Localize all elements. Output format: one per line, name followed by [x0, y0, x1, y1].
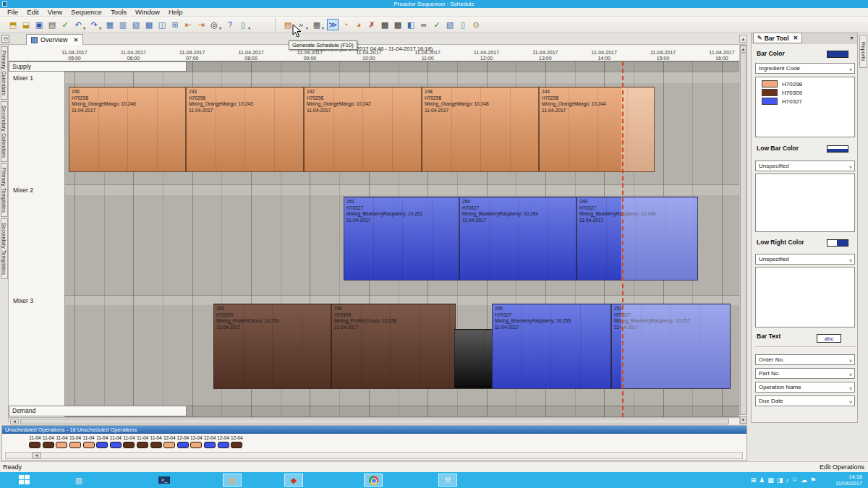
- save-icon[interactable]: ▣: [33, 19, 45, 30]
- bar-text-field-3[interactable]: Operation Name˅: [755, 382, 855, 393]
- unscheduled-op-15[interactable]: 12-04: [216, 435, 230, 448]
- ingredient-legend-list[interactable]: H70298H70309H70327: [755, 77, 855, 137]
- matrix-b-icon[interactable]: ▩: [392, 19, 404, 30]
- view-table-icon[interactable]: ▥: [117, 19, 129, 30]
- tools-app-icon[interactable]: ⚒: [438, 474, 457, 487]
- unscheduled-op-2[interactable]: 11-04: [42, 435, 56, 448]
- tray-icon-6[interactable]: ⚐: [792, 476, 798, 484]
- menu-edit[interactable]: Edit: [22, 8, 43, 16]
- view-board-icon[interactable]: ▩: [143, 19, 155, 30]
- scroll-left-icon[interactable]: ◄: [32, 453, 41, 458]
- unscheduled-op-14[interactable]: 12-04: [203, 435, 217, 448]
- preactor-app-icon[interactable]: ◆: [284, 474, 303, 487]
- folder-app-icon[interactable]: ▨: [223, 474, 242, 487]
- unscheduled-op-4[interactable]: 11-04: [69, 435, 82, 448]
- tray-icon-3[interactable]: ▦: [767, 476, 774, 484]
- move-later-icon[interactable]: ◕: [353, 19, 365, 30]
- check-schedule-icon[interactable]: ✓: [431, 19, 443, 30]
- chart-vertical-scrollbar[interactable]: ▲ ▼: [739, 45, 747, 424]
- sidebar-tab-primary-templates[interactable]: Primary Templates: [1, 163, 8, 217]
- unschedule-icon[interactable]: ✗: [366, 19, 378, 30]
- menu-tools[interactable]: Tools: [106, 8, 131, 16]
- unscheduled-scrollbar[interactable]: ◄: [5, 452, 743, 459]
- gantt-bar-248[interactable]: 248H70298Mixing_OrangeMango: 10.24811-04…: [422, 87, 539, 172]
- gantt-bar-255[interactable]: 255H70327Mixing_BlueberryRaspberry: 10.2…: [492, 304, 611, 389]
- infinite-capacity-icon[interactable]: ∞: [418, 19, 430, 30]
- low-bar-dropdown[interactable]: Unspecified˅: [755, 160, 855, 171]
- unscheduled-op-5[interactable]: 11-04: [82, 435, 95, 448]
- panel-menu-icon[interactable]: ▼: [849, 35, 854, 40]
- lock-icon[interactable]: ⊙: [470, 19, 482, 30]
- gantt-bar-249[interactable]: 249H70327Mixing_BlueberryRaspberry: 10.2…: [576, 197, 698, 281]
- gantt-chart[interactable]: Overview (11-04-2017 04:46 - 11-04-2017 …: [9, 45, 739, 424]
- menu-sequence[interactable]: Sequence: [67, 8, 106, 16]
- view-grid-icon[interactable]: ▦: [104, 19, 116, 30]
- merge-ops-icon[interactable]: ◧: [405, 19, 417, 30]
- tray-icon-1[interactable]: ⊞: [751, 476, 757, 484]
- help-icon[interactable]: ?: [224, 19, 236, 30]
- tray-icon-2[interactable]: ♟: [759, 476, 765, 484]
- bar-tool-close-icon[interactable]: ✕: [793, 35, 799, 41]
- scroll-down-icon[interactable]: ▼: [740, 416, 746, 424]
- unscheduled-op-9[interactable]: 11-04: [136, 435, 150, 448]
- tray-icon-5[interactable]: ♪: [786, 476, 789, 484]
- undo-icon[interactable]: ↶▼: [72, 19, 84, 30]
- taskbar-clock[interactable]: 14:18 11/04/2017: [835, 474, 862, 487]
- bar-text-field-1[interactable]: Order No.˅: [755, 354, 855, 365]
- unscheduled-op-11[interactable]: 12-04: [163, 435, 176, 448]
- unscheduled-op-13[interactable]: 12-04: [190, 435, 203, 448]
- log-icon[interactable]: ▯▼: [237, 19, 249, 30]
- low-right-list[interactable]: [755, 267, 855, 328]
- low-right-color-swatch[interactable]: [827, 239, 848, 247]
- color-by-dropdown[interactable]: Ingredient Code˅: [755, 63, 855, 74]
- unscheduled-op-7[interactable]: 11-04: [109, 435, 123, 448]
- low-bar-color-swatch[interactable]: [827, 145, 848, 153]
- unscheduled-op-10[interactable]: 11-04: [149, 435, 163, 448]
- validate-icon[interactable]: ✓: [59, 19, 71, 30]
- powershell-icon[interactable]: >_: [155, 474, 174, 487]
- vscroll-thumb[interactable]: [740, 53, 746, 415]
- gantt-bar-242[interactable]: 242H70298Mixing_OrangeMango: 10.24211-04…: [304, 87, 422, 172]
- view-split-icon[interactable]: ◫: [156, 19, 168, 30]
- print-icon[interactable]: ▤: [46, 19, 58, 30]
- gantt-bar-243[interactable]: 243H70298Mixing_OrangeMango: 10.24311-04…: [186, 87, 304, 172]
- sidebar-tab-secondary-templates[interactable]: Secondary Templates: [1, 218, 8, 279]
- menu-view[interactable]: View: [43, 8, 67, 16]
- unscheduled-op-12[interactable]: 12-04: [176, 435, 190, 448]
- tab-close-icon[interactable]: ✕: [74, 37, 79, 43]
- sequence-out-icon[interactable]: ⇥: [195, 19, 207, 30]
- edit-chart-icon[interactable]: ▧: [444, 19, 456, 30]
- bar-text-field-4[interactable]: Due Date˅: [755, 395, 855, 406]
- low-right-dropdown[interactable]: Unspecified˅: [755, 254, 855, 265]
- gantt-bar-252[interactable]: 252H70327Mixing_BlueberryRaspberry: 10.2…: [611, 304, 731, 389]
- gantt-bar-256[interactable]: 256H70309Mixing_ProteinChoco: 10.25611-0…: [331, 304, 456, 389]
- menu-help[interactable]: Help: [164, 8, 187, 16]
- tray-icon-4[interactable]: ◨: [777, 476, 783, 484]
- redo-icon[interactable]: ↷▼: [88, 19, 100, 30]
- low-bar-list[interactable]: [755, 174, 855, 232]
- unscheduled-op-8[interactable]: 11-04: [122, 435, 136, 448]
- bar-text-field-2[interactable]: Part No.˅: [755, 368, 855, 379]
- menu-file[interactable]: File: [3, 8, 22, 16]
- legend-item-H70327[interactable]: H70327: [762, 98, 854, 105]
- generate-schedule-icon[interactable]: ≫: [327, 19, 339, 30]
- tray-icon-7[interactable]: ☁: [801, 476, 807, 484]
- bar-color-swatch[interactable]: [827, 51, 848, 58]
- unscheduled-op-6[interactable]: 11-04: [95, 435, 109, 448]
- gantt-bar-244[interactable]: 244H70298Mixing_OrangeMango: 10.24411-04…: [539, 87, 655, 172]
- gantt-bar-246[interactable]: 246H70298Mixing_OrangeMango: 10.24611-04…: [69, 87, 186, 172]
- panel-collapse-button[interactable]: ▲: [739, 35, 747, 43]
- scroll-up-icon[interactable]: ▲: [740, 46, 746, 53]
- tray-icon-8[interactable]: ⚑: [810, 476, 816, 484]
- find-icon[interactable]: ◎▼: [208, 19, 220, 30]
- sidebar-tab-primary-calendars[interactable]: Primary Calendars: [1, 46, 8, 100]
- open-icon[interactable]: ⬒: [7, 19, 19, 30]
- chrome-icon[interactable]: [364, 474, 383, 487]
- reports-side-tab[interactable]: Reports: [859, 35, 867, 68]
- gantt-bar-251[interactable]: 251H70327Mixing_BlueberryRaspberry: 10.2…: [344, 197, 459, 281]
- unscheduled-op-3[interactable]: 11-04: [55, 435, 69, 448]
- sidebar-tab-secondary-calendars[interactable]: Secondary Calendars: [1, 101, 8, 162]
- import-icon[interactable]: ⬓: [20, 19, 32, 30]
- view-chart-icon[interactable]: ▧: [130, 19, 142, 30]
- unscheduled-op-16[interactable]: 12-04: [230, 435, 244, 448]
